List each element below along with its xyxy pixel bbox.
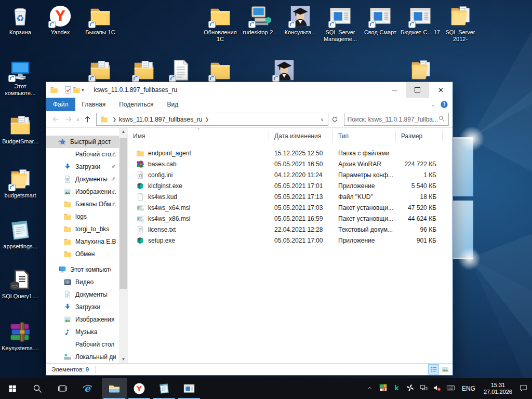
tray-action-center[interactable] bbox=[516, 381, 530, 396]
maximize-button[interactable] bbox=[406, 82, 429, 98]
sidebar-item[interactable]: Видео bbox=[46, 276, 119, 288]
tray-rudesktop[interactable] bbox=[404, 381, 417, 396]
taskbar-notepad-button[interactable] bbox=[152, 378, 177, 399]
tray-touch-keyboard[interactable] bbox=[444, 381, 458, 396]
desktop-icon[interactable] bbox=[161, 58, 201, 82]
file-name-cell[interactable]: setup.exe bbox=[128, 236, 269, 245]
file-name-cell[interactable]: endpoint_agent bbox=[128, 149, 269, 157]
file-name-cell[interactable]: config.ini bbox=[128, 171, 269, 179]
address-bar[interactable]: ❯ ksws_11.0.1.897_fullbases_ru ❯ ∨ bbox=[96, 113, 328, 126]
scroll-up-icon[interactable]: ▲ bbox=[119, 128, 128, 136]
column-header-col[interactable]: Тип bbox=[333, 131, 396, 141]
title-bar[interactable]: ▾ ksws_11.0.1.897_fullbases_ru ✕ bbox=[46, 82, 453, 98]
column-header-col[interactable]: Размер bbox=[396, 131, 443, 141]
desktop-icon[interactable]: Консульта... bbox=[280, 4, 321, 36]
sidebar-item[interactable]: Изображения bbox=[46, 313, 119, 326]
sidebar-item[interactable]: Загрузки bbox=[46, 301, 119, 313]
desktop-icon[interactable] bbox=[264, 58, 304, 82]
desktop-icon[interactable]: budgetsmart bbox=[0, 167, 41, 199]
ribbon-tab-поделиться[interactable]: Поделиться bbox=[112, 98, 160, 111]
file-row[interactable]: ks4ws_x86.msi05.05.2021 16:59Пакет устан… bbox=[128, 213, 453, 224]
ribbon-tab-вид[interactable]: Вид bbox=[160, 98, 185, 111]
file-name-cell[interactable]: ks4ws_x64.msi bbox=[128, 204, 269, 212]
sidebar-item[interactable]: Документы bbox=[46, 288, 119, 301]
properties-button[interactable] bbox=[64, 86, 72, 94]
window-icon-button[interactable] bbox=[50, 86, 58, 94]
close-button[interactable]: ✕ bbox=[429, 82, 453, 98]
sidebar-item[interactable]: Рабочий сто... bbox=[46, 148, 119, 161]
file-row[interactable]: ks4ws.kud05.05.2021 17:13Файл "KUD"18 КБ bbox=[128, 191, 453, 202]
column-header-col[interactable]: Дата изменения bbox=[269, 131, 333, 141]
address-dropdown-icon[interactable]: ∨ bbox=[318, 117, 326, 122]
sidebar-item[interactable]: Музыка bbox=[46, 326, 119, 338]
file-name-cell[interactable]: ks4ws.kud bbox=[128, 193, 269, 201]
file-name-cell[interactable]: license.txt bbox=[128, 225, 269, 234]
tray-volume-muted[interactable] bbox=[431, 381, 444, 396]
forward-button[interactable] bbox=[62, 113, 74, 126]
sidebar-item[interactable]: Изображени... bbox=[46, 185, 119, 198]
taskbar-task-view-button[interactable] bbox=[50, 378, 75, 399]
clock[interactable]: 15:3127.01.2026 bbox=[480, 382, 516, 395]
sidebar-item[interactable]: Бэкапы Обм... bbox=[46, 198, 119, 210]
taskbar-internet-explorer-button[interactable]: e bbox=[75, 378, 100, 399]
sidebar-item[interactable]: Обмен bbox=[46, 248, 119, 260]
desktop-icon[interactable]: BudgetSmar... bbox=[0, 113, 41, 145]
up-button[interactable] bbox=[82, 113, 93, 126]
desktop-icon[interactable] bbox=[80, 58, 121, 82]
file-row[interactable]: endpoint_agent15.12.2025 12:50Папка с фа… bbox=[128, 148, 453, 158]
tray-network[interactable] bbox=[417, 381, 431, 396]
file-row[interactable]: setup.exe05.05.2021 17:00Приложение901 К… bbox=[128, 235, 453, 246]
desktop-icon[interactable]: SQL Server Manageme... bbox=[320, 4, 361, 43]
desktop-icon[interactable]: SQLQuery1.... bbox=[0, 268, 41, 300]
desktop-icon[interactable]: Свод-Смарт bbox=[360, 4, 401, 36]
taskbar-search-button[interactable] bbox=[25, 378, 50, 399]
sidebar-item[interactable]: Документы bbox=[46, 173, 119, 185]
details-view-button[interactable] bbox=[429, 365, 438, 374]
new-folder-button[interactable] bbox=[72, 86, 81, 94]
desktop-icon[interactable]: ♻Корзина bbox=[0, 4, 41, 36]
breadcrumb-path[interactable]: ksws_11.0.1.897_fullbases_ru bbox=[119, 116, 203, 123]
desktop-icon[interactable]: rudesktop-2... bbox=[240, 4, 281, 36]
ribbon-tab-главная[interactable]: Главная bbox=[75, 98, 113, 111]
desktop-icon[interactable]: Быкапы 1С bbox=[80, 4, 121, 36]
large-icons-view-button[interactable] bbox=[440, 365, 450, 374]
desktop-icon[interactable]: SQL Server 2012- bbox=[440, 4, 481, 43]
desktop-icon[interactable]: appsettings... bbox=[0, 218, 41, 250]
customize-qat-icon[interactable]: ▾ bbox=[82, 87, 84, 92]
taskbar-file-explorer-button[interactable] bbox=[102, 378, 127, 399]
file-name-cell[interactable]: bases.cab bbox=[128, 160, 269, 168]
refresh-button[interactable] bbox=[329, 113, 340, 126]
tray-show-hidden-icons[interactable] bbox=[363, 381, 377, 396]
tray-keysystems-app[interactable] bbox=[377, 381, 390, 396]
language-indicator[interactable]: ENG bbox=[458, 385, 480, 392]
desktop-icon[interactable]: Бюджет-С... 17 bbox=[400, 4, 441, 36]
recent-locations-icon[interactable]: ∨ bbox=[75, 113, 81, 126]
sidebar-item[interactable]: Малухина Е.В bbox=[46, 235, 119, 248]
sidebar-section-this-pc[interactable]: Этот компьютер bbox=[46, 263, 119, 276]
scroll-down-icon[interactable]: ▼ bbox=[119, 355, 128, 363]
desktop-icon[interactable]: Обновления 1С bbox=[200, 4, 241, 43]
help-button[interactable]: ? bbox=[440, 100, 448, 109]
expand-ribbon-icon[interactable]: ⌄ bbox=[431, 102, 435, 108]
minimize-button[interactable] bbox=[382, 82, 406, 98]
column-header-name-sorted[interactable]: Имя bbox=[128, 131, 269, 141]
sidebar-item[interactable]: Локальный дис... bbox=[46, 351, 119, 363]
file-row[interactable]: license.txt22.04.2021 12:28Текстовый док… bbox=[128, 224, 453, 235]
file-row[interactable]: bases.cab05.05.2021 16:50Архив WinRAR224… bbox=[128, 158, 453, 169]
file-name-cell[interactable]: ks4ws_x86.msi bbox=[128, 215, 269, 223]
taskbar-svod-smart-button[interactable] bbox=[177, 378, 202, 399]
file-row[interactable]: config.ini04.12.2020 11:24Параметры конф… bbox=[128, 169, 453, 180]
taskbar-yandex-browser-button[interactable]: Y bbox=[127, 378, 152, 399]
file-name-cell[interactable]: klcfginst.exe bbox=[128, 182, 269, 190]
sidebar-item[interactable]: Рабочий стол bbox=[46, 338, 119, 351]
sidebar-item[interactable]: logs bbox=[46, 210, 119, 223]
sidebar-item[interactable]: torgi_to_bks bbox=[46, 223, 119, 235]
taskbar-start-button[interactable] bbox=[0, 378, 25, 399]
file-row[interactable]: klcfginst.exe05.05.2021 17:01Приложение5… bbox=[128, 180, 453, 191]
back-button[interactable] bbox=[50, 113, 61, 126]
sidebar-item[interactable]: Загрузки bbox=[46, 161, 119, 173]
tray-kaspersky-agent[interactable]: k bbox=[390, 381, 404, 396]
scrollbar-thumb[interactable] bbox=[119, 138, 127, 289]
desktop-icon[interactable]: YYandex bbox=[40, 4, 81, 36]
desktop-icon[interactable]: Keysystems.... bbox=[0, 320, 41, 352]
